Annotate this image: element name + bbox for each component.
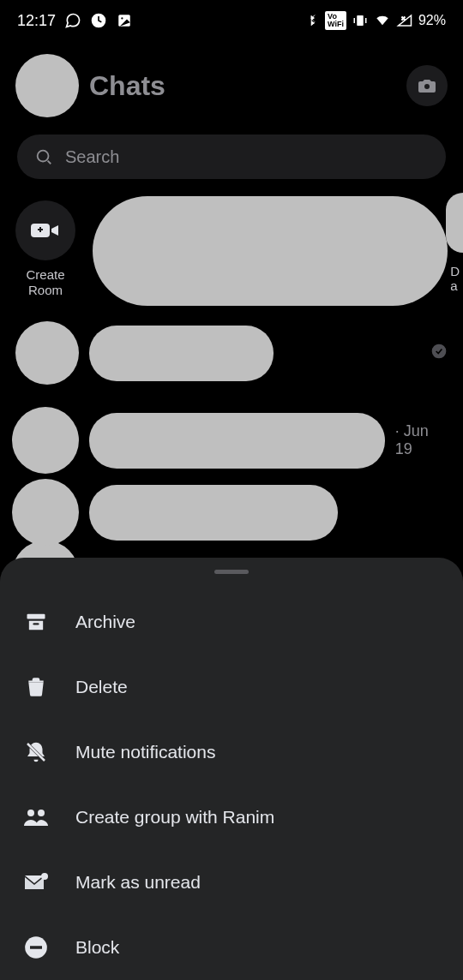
svg-point-17 — [38, 810, 45, 816]
signal-icon: × — [396, 12, 413, 29]
chat-item[interactable]: · Jun 19 — [15, 400, 448, 481]
room-row: CreateRoom — [0, 188, 463, 314]
archive-icon — [22, 608, 50, 636]
bluetooth-icon — [303, 12, 320, 29]
archive-action[interactable]: Archive — [0, 589, 463, 654]
svg-point-11 — [432, 344, 447, 359]
chat-avatar — [15, 321, 79, 385]
camera-icon — [417, 75, 437, 96]
svg-point-2 — [121, 17, 123, 19]
svg-rect-20 — [30, 946, 42, 949]
svg-line-7 — [48, 161, 51, 164]
vibrate-icon — [352, 12, 369, 29]
delivered-icon — [430, 343, 448, 363]
create-group-label: Create group with Ranim — [75, 807, 274, 828]
sheet-handle[interactable] — [214, 570, 249, 574]
mark-unread-action[interactable]: Mark as unread — [0, 850, 463, 915]
update-icon — [90, 12, 107, 29]
search-icon — [34, 147, 53, 166]
svg-point-6 — [38, 151, 49, 162]
status-time: 12:17 — [17, 12, 56, 30]
wifi-icon — [374, 12, 391, 29]
chat-avatar — [12, 479, 79, 546]
status-left: 12:17 — [17, 12, 133, 30]
gallery-icon — [116, 12, 133, 29]
envelope-dot-icon — [22, 869, 50, 896]
create-room-button[interactable] — [15, 200, 75, 260]
mute-label: Mute notifications — [75, 742, 215, 762]
group-icon — [22, 804, 50, 831]
trash-icon — [22, 673, 50, 701]
delete-label: Delete — [75, 677, 128, 697]
chat-date: · Jun 19 — [395, 422, 448, 458]
whatsapp-icon — [64, 12, 81, 29]
chat-item[interactable] — [15, 472, 448, 553]
redacted-content — [89, 413, 385, 469]
svg-rect-13 — [33, 623, 39, 624]
block-label: Block — [75, 937, 119, 958]
chat-list: · Jun 19 — [0, 314, 463, 553]
svg-text:×: × — [401, 15, 405, 22]
redacted-content — [93, 196, 448, 306]
video-plus-icon — [31, 220, 60, 241]
redacted-avatar — [446, 193, 463, 253]
create-group-action[interactable]: Create group with Ranim — [0, 785, 463, 850]
svg-point-16 — [27, 810, 34, 816]
create-room-item[interactable]: CreateRoom — [15, 200, 75, 298]
bell-off-icon — [22, 738, 50, 766]
search-input[interactable]: Search — [17, 134, 446, 179]
svg-rect-12 — [27, 614, 45, 619]
block-icon — [22, 934, 50, 961]
page-title: Chats — [89, 70, 396, 102]
chat-avatar — [12, 407, 79, 474]
header: Chats — [0, 41, 463, 126]
status-bar: 12:17 VoWiFi × 92% — [0, 0, 463, 41]
camera-button[interactable] — [406, 65, 448, 106]
create-room-label: CreateRoom — [26, 267, 64, 298]
mark-unread-label: Mark as unread — [75, 872, 201, 893]
chat-item[interactable] — [15, 314, 448, 391]
vowifi-icon: VoWiFi — [325, 11, 346, 30]
redacted-content — [89, 485, 338, 541]
archive-label: Archive — [75, 612, 135, 632]
profile-avatar[interactable] — [15, 54, 79, 117]
svg-point-18 — [41, 873, 48, 880]
svg-rect-3 — [357, 15, 364, 26]
partial-label: Da — [450, 264, 460, 293]
battery-percentage: 92% — [418, 13, 446, 28]
redacted-content — [89, 326, 274, 381]
delete-action[interactable]: Delete — [0, 654, 463, 720]
action-sheet: Archive Delete Mute notifications Create… — [0, 558, 463, 980]
svg-rect-10 — [39, 227, 41, 232]
svg-point-5 — [424, 84, 430, 89]
status-right: VoWiFi × 92% — [303, 11, 446, 30]
mute-action[interactable]: Mute notifications — [0, 720, 463, 785]
block-action[interactable]: Block — [0, 915, 463, 980]
search-placeholder: Search — [65, 147, 119, 167]
